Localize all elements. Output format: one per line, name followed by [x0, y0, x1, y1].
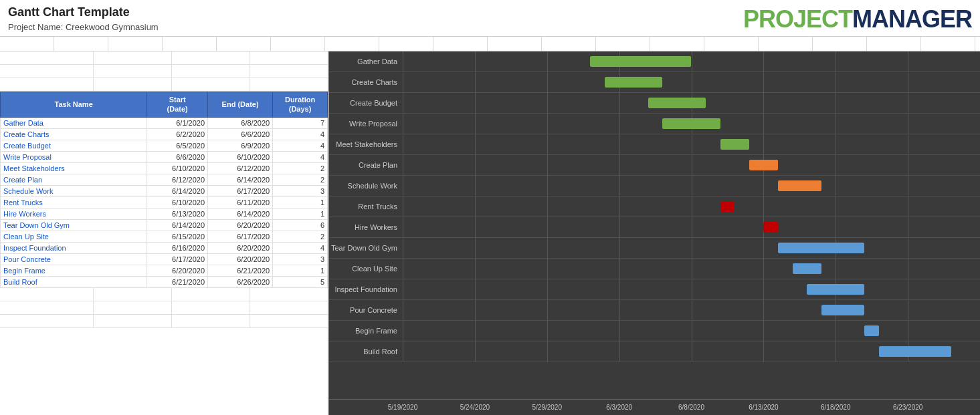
gantt-bar[interactable]	[763, 222, 778, 233]
vertical-grid-line	[547, 176, 548, 196]
task-name-cell[interactable]: Schedule Work	[1, 185, 147, 196]
duration-cell: 4	[273, 128, 328, 140]
col-end: End (Date)	[208, 92, 273, 118]
chart-row-track	[403, 259, 980, 279]
start-date-cell: 6/10/2020	[147, 196, 208, 208]
gantt-bar[interactable]	[793, 263, 821, 274]
vertical-grid-line	[403, 279, 403, 299]
vertical-grid-line	[403, 321, 403, 341]
vertical-grid-line	[403, 259, 403, 279]
gantt-bar[interactable]	[821, 305, 865, 315]
task-name-cell[interactable]: Clean Up Site	[1, 231, 147, 242]
chart-row-track	[403, 114, 980, 134]
table-row: Rent Trucks 6/10/2020 6/11/2020 1	[1, 196, 328, 208]
left-panel: Task Name Start(Date) End (Date) Duratio…	[0, 51, 329, 415]
task-name-cell[interactable]: Rent Trucks	[1, 196, 147, 208]
xaxis-dates: 5/19/20205/24/20205/29/20206/3/20206/8/2…	[403, 400, 980, 415]
vertical-grid-line	[836, 321, 836, 341]
table-row: Write Proposal 6/6/2020 6/10/2020 4	[1, 151, 328, 162]
vertical-grid-line	[547, 217, 548, 237]
chart-row-label: Create Plan	[329, 161, 403, 169]
end-date-cell: 6/12/2020	[208, 162, 273, 174]
start-date-cell: 6/6/2020	[147, 151, 208, 162]
logo: PROJECTMANAGER	[743, 5, 972, 33]
end-date-cell: 6/14/2020	[208, 174, 273, 185]
task-name-cell[interactable]: Pour Concrete	[1, 253, 147, 265]
vertical-grid-line	[403, 196, 403, 217]
vertical-grid-line	[475, 176, 476, 196]
vertical-grid-line	[475, 341, 476, 362]
vertical-grid-line	[475, 72, 476, 92]
vertical-grid-line	[547, 279, 548, 299]
task-name-cell[interactable]: Begin Frame	[1, 265, 147, 276]
gantt-bar[interactable]	[864, 325, 879, 336]
task-name-cell[interactable]: Hire Workers	[1, 208, 147, 219]
vertical-grid-line	[403, 51, 403, 72]
vertical-grid-line	[619, 259, 620, 279]
chart-row-label: Meet Stakeholders	[329, 140, 403, 148]
vertical-grid-line	[619, 93, 620, 113]
vertical-grid-line	[908, 51, 908, 72]
task-name-cell[interactable]: Inspect Foundation	[1, 242, 147, 253]
duration-cell: 4	[273, 140, 328, 151]
end-date-cell: 6/17/2020	[208, 231, 273, 242]
task-name-cell[interactable]: Create Budget	[1, 140, 147, 151]
start-date-cell: 6/1/2020	[147, 117, 208, 128]
vertical-grid-line	[619, 341, 620, 362]
chart-row-label: Gather Data	[329, 57, 403, 65]
gantt-bar[interactable]	[807, 284, 864, 295]
task-name-cell[interactable]: Tear Down Old Gym	[1, 219, 147, 231]
table-row: Create Plan 6/12/2020 6/14/2020 2	[1, 174, 328, 185]
gantt-bar[interactable]	[778, 243, 864, 253]
gantt-bar[interactable]	[590, 56, 691, 67]
vertical-grid-line	[475, 279, 476, 299]
gantt-bar[interactable]	[879, 346, 951, 357]
chart-row-track	[403, 217, 980, 237]
duration-cell: 3	[273, 185, 328, 196]
gantt-bar[interactable]	[720, 201, 735, 212]
gantt-bar[interactable]	[749, 160, 778, 170]
vertical-grid-line	[763, 72, 764, 92]
table-row: Meet Stakeholders 6/10/2020 6/12/2020 2	[1, 162, 328, 174]
header-grid-row	[0, 37, 980, 51]
task-name-cell[interactable]: Create Charts	[1, 128, 147, 140]
task-name-cell[interactable]: Create Plan	[1, 174, 147, 185]
table-row: Create Budget 6/5/2020 6/9/2020 4	[1, 140, 328, 151]
xaxis-date-label: 5/24/2020	[460, 404, 490, 411]
table-row: Pour Concrete 6/17/2020 6/20/2020 3	[1, 253, 328, 265]
task-name-cell[interactable]: Gather Data	[1, 117, 147, 128]
vertical-grid-line	[547, 321, 548, 341]
start-date-cell: 6/17/2020	[147, 253, 208, 265]
start-date-cell: 6/15/2020	[147, 231, 208, 242]
chart-row: Inspect Foundation	[329, 279, 980, 300]
gantt-bar[interactable]	[778, 180, 821, 191]
chart-row: Begin Frame	[329, 321, 980, 341]
vertical-grid-line	[475, 321, 476, 341]
vertical-grid-line	[763, 341, 764, 362]
vertical-grid-line	[619, 134, 620, 154]
start-date-cell: 6/12/2020	[147, 174, 208, 185]
vertical-grid-line	[763, 300, 764, 320]
vertical-grid-line	[692, 341, 692, 362]
vertical-grid-line	[619, 217, 620, 237]
vertical-grid-line	[403, 114, 403, 134]
vertical-grid-line	[908, 114, 908, 134]
vertical-grid-line	[547, 114, 548, 134]
vertical-grid-line	[836, 176, 836, 196]
chart-row-label: Hire Workers	[329, 223, 403, 231]
task-name-cell[interactable]: Meet Stakeholders	[1, 162, 147, 174]
duration-cell: 1	[273, 265, 328, 276]
task-name-cell[interactable]: Write Proposal	[1, 151, 147, 162]
vertical-grid-line	[619, 196, 620, 217]
gantt-bar[interactable]	[605, 77, 662, 88]
gantt-bar[interactable]	[720, 139, 749, 150]
col-task-name: Task Name	[1, 92, 147, 118]
end-date-cell: 6/11/2020	[208, 196, 273, 208]
task-name-cell[interactable]: Build Roof	[1, 276, 147, 287]
vertical-grid-line	[547, 300, 548, 320]
vertical-grid-line	[619, 279, 620, 299]
col-duration: Duration(Days)	[273, 92, 328, 118]
main-content: Task Name Start(Date) End (Date) Duratio…	[0, 51, 980, 415]
gantt-bar[interactable]	[662, 118, 720, 129]
gantt-bar[interactable]	[648, 98, 706, 108]
